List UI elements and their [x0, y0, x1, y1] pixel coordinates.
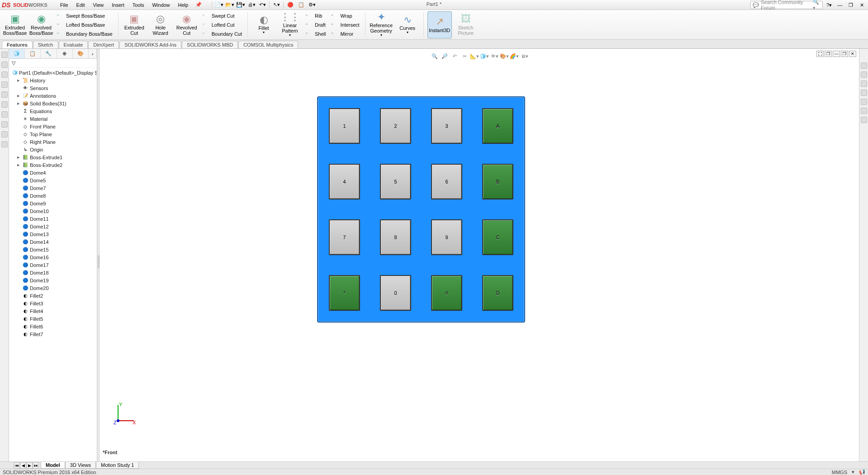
status-dropdown-icon[interactable]: ▾	[852, 469, 854, 475]
tree-item[interactable]: 🔵Dome9	[9, 200, 97, 207]
search-input[interactable]: 💬 Search Community Forum 🔍▾	[750, 1, 823, 9]
feature-tree[interactable]: 🧊 Part1 (Default<<Default>_Display Stat …	[9, 68, 97, 461]
reference-geometry-button[interactable]: ✦Reference Geometry▾	[369, 11, 394, 38]
task-icon[interactable]	[861, 71, 867, 78]
tab-nav-prev-icon[interactable]: ◀	[20, 462, 26, 469]
ribbon-swept-boss-base[interactable]: ▫Swept Boss/Base	[55, 11, 114, 20]
bottom-tab--d-views[interactable]: 3D Views	[65, 462, 96, 469]
task-icon[interactable]	[1, 131, 8, 138]
tree-item[interactable]: ◐Fillet3	[9, 299, 97, 307]
appearance-icon[interactable]: 🎨▾	[500, 52, 509, 61]
tab-nav-last-icon[interactable]: ⏭	[33, 462, 39, 469]
search-go-icon[interactable]: 🔍▾	[813, 0, 821, 11]
menu-tools[interactable]: Tools	[129, 1, 148, 9]
tree-item[interactable]: 🔵Dome11	[9, 215, 97, 223]
ribbon-boundary-boss-base[interactable]: ▫Boundary Boss/Base	[55, 29, 114, 38]
tree-item[interactable]: ≡Material	[9, 115, 97, 123]
linear-pattern-button[interactable]: ⋮⋮Linear Pattern▾	[278, 11, 302, 38]
tree-item[interactable]: ▸📗Boss-Extrude2	[9, 161, 97, 169]
tree-item[interactable]: ◐Fillet7	[9, 330, 97, 338]
ribbon-lofted-cut[interactable]: ▫Lofted Cut	[201, 20, 244, 29]
vp-max-icon[interactable]: ❐	[825, 51, 832, 57]
bottom-tab-motion-study-[interactable]: Motion Study 1	[96, 462, 139, 469]
new-icon[interactable]: 📄▾	[214, 0, 224, 10]
hole-wizard-button[interactable]: ◎Hole Wizard	[148, 11, 173, 38]
fm-tab-config[interactable]: 🔧	[41, 49, 57, 58]
print-icon[interactable]: 🖨▾	[247, 0, 256, 10]
vp-link-icon[interactable]: ⛶	[816, 51, 824, 57]
task-icon[interactable]	[1, 101, 8, 108]
menu-view[interactable]: View	[90, 1, 108, 9]
graphics-viewport[interactable]: ⛶ ❐ — ❐ ✕ 🔍 🔎 ↶ ✂ 📐▾ 🧊▾ 👁▾ 🎨▾ 🌈▾ 🖥▾ 123A…	[100, 49, 859, 461]
ribbon-lofted-boss-base[interactable]: ▫Lofted Boss/Base	[55, 20, 114, 29]
pin-icon[interactable]: 📌	[195, 2, 202, 8]
tree-item[interactable]: 🔵Dome4	[9, 169, 97, 176]
tab-sketch[interactable]: Sketch	[33, 41, 58, 48]
task-icon[interactable]	[1, 52, 8, 58]
task-icon[interactable]	[861, 90, 867, 96]
menu-edit[interactable]: Edit	[73, 1, 89, 9]
task-icon[interactable]	[1, 71, 8, 78]
options-icon[interactable]: 📋	[296, 0, 306, 10]
tab-dimxpert[interactable]: DimXpert	[88, 41, 119, 48]
task-icon[interactable]	[1, 111, 8, 118]
tree-item[interactable]: ◇Top Plane	[9, 130, 97, 138]
tab-features[interactable]: Features	[2, 41, 33, 48]
instant3d-button[interactable]: ↗Instant3D	[427, 11, 452, 38]
tree-item[interactable]: ▸📗Boss-Extrude1	[9, 153, 97, 161]
tree-item[interactable]: 🔵Dome14	[9, 238, 97, 246]
rebuild-icon[interactable]: 🔴	[285, 0, 295, 10]
tree-item[interactable]: ◇Right Plane	[9, 138, 97, 146]
tree-item[interactable]: ▸📝Annotations	[9, 92, 97, 100]
ribbon-mirror[interactable]: ▫Mirror	[329, 29, 361, 38]
tree-item[interactable]: 🔵Dome18	[9, 269, 97, 276]
task-icon[interactable]	[1, 91, 8, 98]
menu-file[interactable]: File	[57, 1, 72, 9]
tree-item[interactable]: 🔵Dome8	[9, 192, 97, 200]
tab-evaluate[interactable]: Evaluate	[59, 41, 88, 48]
task-icon[interactable]	[861, 108, 867, 114]
status-flag-icon[interactable]: 📢	[859, 469, 865, 475]
fm-tab-more[interactable]: ›	[89, 49, 97, 58]
tree-item[interactable]: 🔵Dome15	[9, 246, 97, 253]
tab-solidworks-add-ins[interactable]: SOLIDWORKS Add-Ins	[119, 41, 181, 48]
prev-view-icon[interactable]: ↶	[450, 52, 459, 61]
section-view-icon[interactable]: ✂	[460, 52, 469, 61]
revolved-boss-button[interactable]: ◉Revolved Boss/Base	[29, 11, 53, 38]
display-style-icon[interactable]: 🧊▾	[480, 52, 489, 61]
help-icon[interactable]: ?▾	[825, 1, 834, 9]
tree-item[interactable]: 🔵Dome13	[9, 230, 97, 238]
task-icon[interactable]	[861, 81, 867, 87]
menu-window[interactable]: Window	[148, 1, 173, 9]
tree-item[interactable]: 🔵Dome5	[9, 176, 97, 184]
settings-icon[interactable]: ⚙▾	[307, 0, 317, 10]
vp-close-icon[interactable]: ✕	[849, 51, 856, 57]
tree-item[interactable]: 👁Sensors	[9, 84, 97, 92]
vp-min-icon[interactable]: —	[833, 51, 840, 57]
fm-tab-property[interactable]: 📋	[25, 49, 41, 58]
scene-icon[interactable]: 🌈▾	[510, 52, 519, 61]
status-units[interactable]: MMGS	[832, 470, 847, 475]
task-icon[interactable]	[1, 81, 8, 88]
save-icon[interactable]: 💾▾	[236, 0, 246, 10]
feature-filter[interactable]: ▽	[9, 59, 97, 68]
fm-tab-tree[interactable]: 🧊	[9, 49, 25, 58]
task-icon[interactable]	[1, 62, 8, 68]
tree-item[interactable]: ΣEquations	[9, 107, 97, 115]
menu-insert[interactable]: Insert	[108, 1, 128, 9]
fm-tab-dim[interactable]: ⊕	[57, 49, 73, 58]
tree-item[interactable]: ▸📜History	[9, 76, 97, 84]
open-icon[interactable]: 📂▾	[225, 0, 235, 10]
tree-item[interactable]: 🔵Dome10	[9, 207, 97, 215]
task-icon[interactable]	[1, 141, 8, 147]
tab-comsol-multiphysics[interactable]: COMSOL Multiphysics	[238, 41, 298, 48]
tree-item[interactable]: ▸📦Solid Bodies(31)	[9, 100, 97, 107]
ribbon-boundary-cut[interactable]: ▫Boundary Cut	[201, 29, 244, 38]
tree-item[interactable]: ◇Front Plane	[9, 123, 97, 130]
tree-item[interactable]: ◐Fillet6	[9, 323, 97, 330]
ribbon-wrap[interactable]: ▫Wrap	[329, 11, 361, 20]
tree-item[interactable]: 🔵Dome7	[9, 184, 97, 192]
restore-icon[interactable]: ❐	[846, 1, 855, 9]
view-settings-icon[interactable]: 🖥▾	[520, 52, 529, 61]
undo-icon[interactable]: ↶▾	[257, 0, 267, 10]
